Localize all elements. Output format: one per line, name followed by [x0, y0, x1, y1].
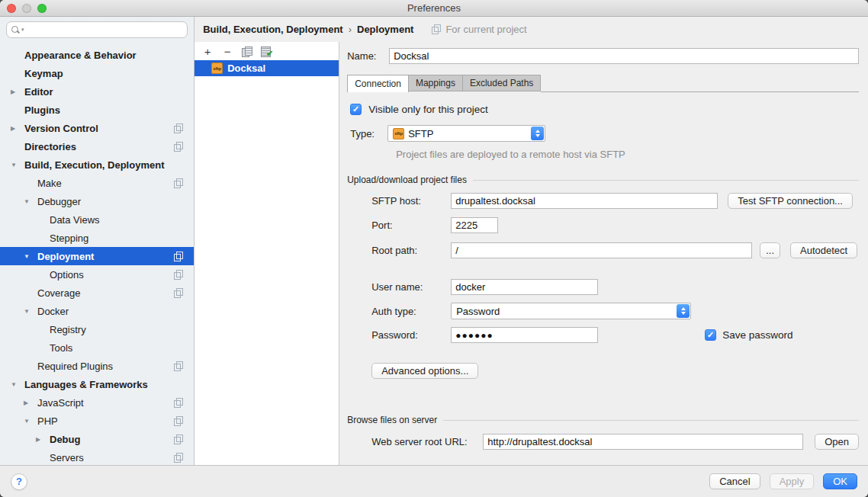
type-select[interactable]: sftp SFTP: [387, 125, 545, 142]
sidebar-item-plugins[interactable]: Plugins: [0, 101, 194, 119]
open-url-button[interactable]: Open: [815, 434, 859, 450]
shared-settings-icon: [174, 361, 184, 371]
sidebar-item-php[interactable]: ▼PHP: [0, 412, 194, 430]
test-sftp-connection-button[interactable]: Test SFTP connection...: [728, 193, 853, 209]
web-root-url-input[interactable]: http://drupaltest.docksal: [483, 434, 803, 450]
cancel-button[interactable]: Cancel: [709, 473, 760, 489]
breadcrumb-separator: ›: [349, 24, 352, 35]
chevron-down-icon[interactable]: ▼: [24, 198, 37, 205]
save-password-group: Save password: [705, 329, 802, 341]
sidebar-item-label: Tools: [50, 342, 194, 354]
sidebar-item-javascript[interactable]: ▶JavaScript: [0, 393, 194, 412]
apply-button[interactable]: Apply: [770, 473, 815, 489]
advanced-options-button[interactable]: Advanced options...: [371, 363, 478, 379]
sftp-type-icon: sftp: [393, 128, 404, 139]
sidebar-item-languages-frameworks[interactable]: ▼Languages & Frameworks: [0, 375, 194, 393]
type-help-text: Project files are deployed to a remote h…: [396, 149, 859, 160]
password-input[interactable]: ●●●●●●: [451, 327, 598, 343]
server-list-item-docksal[interactable]: sftp Docksal: [194, 60, 339, 76]
search-options-caret-icon[interactable]: ▾: [21, 27, 24, 33]
sidebar-item-debug[interactable]: ▶Debug: [0, 430, 194, 448]
sidebar-item-servers[interactable]: Servers: [0, 448, 194, 465]
shared-settings-icon: [174, 416, 184, 426]
sidebar-item-keymap[interactable]: Keymap: [0, 64, 194, 82]
sidebar-item-deployment[interactable]: ▼Deployment: [0, 247, 194, 265]
select-stepper-icon: [677, 304, 690, 318]
sidebar-item-tools[interactable]: Tools: [0, 338, 194, 357]
sidebar-item-make[interactable]: Make: [0, 174, 194, 192]
preferences-window: Preferences ▾ Appearance & BehaviorKeyma…: [0, 0, 868, 497]
visible-only-checkbox[interactable]: [350, 104, 362, 115]
tab-connection[interactable]: Connection: [347, 75, 409, 92]
browse-section-label: Browse files on server: [347, 415, 437, 425]
sidebar-item-label: Required Plugins: [37, 361, 174, 372]
for-current-project-icon: [432, 24, 442, 34]
chevron-down-icon[interactable]: ▼: [11, 381, 24, 388]
server-item-label: Docksal: [227, 63, 265, 74]
remove-server-icon[interactable]: −: [222, 46, 233, 57]
sidebar-item-label: Directories: [24, 141, 174, 152]
chevron-down-icon[interactable]: ▼: [24, 418, 37, 425]
shared-settings-icon: [174, 252, 184, 261]
shared-settings-icon: [174, 434, 184, 444]
web-root-url-label: Web server root URL:: [371, 436, 483, 447]
section-divider: [473, 180, 859, 181]
autodetect-button[interactable]: Autodetect: [790, 242, 857, 258]
sidebar-item-data-views[interactable]: Data Views: [0, 210, 194, 229]
save-password-checkbox[interactable]: [705, 329, 716, 341]
auth-type-select[interactable]: Password: [451, 303, 691, 319]
sidebar-item-debugger[interactable]: ▼Debugger: [0, 192, 194, 210]
sidebar-item-docker[interactable]: ▼Docker: [0, 302, 194, 320]
sidebar-item-registry[interactable]: Registry: [0, 320, 194, 338]
type-value: SFTP: [408, 128, 433, 139]
breadcrumb-segment-current: Deployment: [357, 24, 413, 35]
tab-mappings[interactable]: Mappings: [409, 75, 463, 91]
sidebar-item-required-plugins[interactable]: Required Plugins: [0, 357, 194, 375]
sidebar-item-label: Data Views: [50, 214, 194, 226]
sidebar-item-appearance-behavior[interactable]: Appearance & Behavior: [0, 46, 194, 64]
upload-section-header: Upload/download project files: [347, 175, 859, 185]
sidebar-item-label: PHP: [37, 415, 174, 427]
sidebar-item-label: Debug: [50, 434, 174, 445]
sidebar-item-directories[interactable]: Directories: [0, 137, 194, 156]
add-server-icon[interactable]: +: [202, 46, 213, 57]
visible-only-label: Visible only for this project: [368, 104, 488, 115]
sidebar-item-coverage[interactable]: Coverage: [0, 284, 194, 302]
section-divider: [443, 420, 859, 421]
tab-excluded-paths[interactable]: Excluded Paths: [463, 75, 541, 91]
chevron-right-icon[interactable]: ▶: [11, 125, 24, 132]
tab-strip: ConnectionMappingsExcluded Paths: [347, 75, 859, 92]
sidebar-item-label: Plugins: [24, 104, 194, 116]
name-input[interactable]: Docksal: [389, 48, 859, 64]
save-password-label: Save password: [722, 329, 802, 341]
user-name-input[interactable]: docker: [451, 279, 598, 295]
root-path-input[interactable]: /: [451, 242, 752, 258]
dialog-footer: ? Cancel Apply OK: [0, 465, 868, 497]
upload-section-label: Upload/download project files: [347, 175, 467, 185]
search-input[interactable]: ▾: [6, 21, 188, 38]
chevron-down-icon[interactable]: ▼: [24, 308, 37, 315]
ok-button[interactable]: OK: [823, 473, 857, 489]
chevron-right-icon[interactable]: ▶: [11, 88, 24, 95]
chevron-right-icon[interactable]: ▶: [36, 436, 50, 443]
browse-root-path-button[interactable]: ...: [760, 242, 780, 258]
search-icon: [11, 26, 20, 34]
sidebar-item-build-execution-deployment[interactable]: ▼Build, Execution, Deployment: [0, 156, 194, 174]
help-button[interactable]: ?: [11, 473, 27, 490]
chevron-right-icon[interactable]: ▶: [24, 399, 37, 406]
sidebar-item-editor[interactable]: ▶Editor: [0, 82, 194, 101]
sidebar-item-label: Build, Execution, Deployment: [24, 159, 194, 171]
settings-sidebar: ▾ Appearance & BehaviorKeymap▶EditorPlug…: [0, 17, 194, 465]
sidebar-item-label: Editor: [24, 86, 194, 98]
port-input[interactable]: 2225: [451, 217, 498, 233]
copy-server-icon[interactable]: [242, 46, 252, 56]
sftp-file-icon: sftp: [211, 63, 223, 74]
sidebar-item-options[interactable]: Options: [0, 265, 194, 284]
use-as-default-icon[interactable]: [261, 46, 272, 56]
chevron-down-icon[interactable]: ▼: [24, 253, 37, 260]
sidebar-item-stepping[interactable]: Stepping: [0, 229, 194, 247]
breadcrumb-segment[interactable]: Build, Execution, Deployment: [203, 24, 342, 35]
sftp-host-input[interactable]: drupaltest.docksal: [451, 193, 718, 209]
chevron-down-icon[interactable]: ▼: [11, 162, 24, 168]
sidebar-item-version-control[interactable]: ▶Version Control: [0, 119, 194, 137]
